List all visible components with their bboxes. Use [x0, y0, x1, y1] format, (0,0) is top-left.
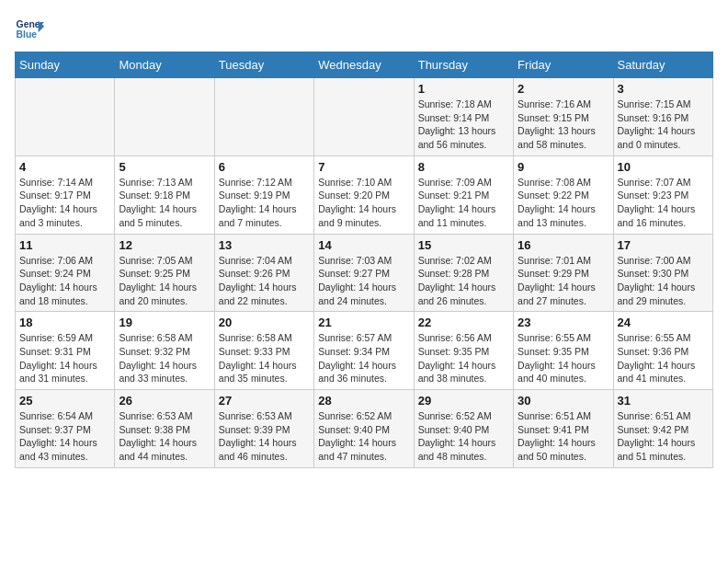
day-info: Sunrise: 7:16 AM Sunset: 9:15 PM Dayligh…	[518, 98, 609, 152]
day-info: Sunrise: 6:52 AM Sunset: 9:40 PM Dayligh…	[418, 409, 509, 464]
logo-icon: General Blue	[15, 15, 44, 44]
svg-text:Blue: Blue	[17, 29, 38, 40]
weekday-header: Tuesday	[214, 52, 313, 78]
calendar-cell: 4Sunrise: 7:14 AM Sunset: 9:17 PM Daylig…	[16, 155, 115, 234]
day-number: 11	[19, 238, 110, 252]
day-number: 30	[518, 394, 609, 408]
day-number: 26	[119, 394, 210, 408]
day-info: Sunrise: 6:59 AM Sunset: 9:31 PM Dayligh…	[19, 331, 110, 385]
day-number: 2	[518, 82, 609, 96]
day-info: Sunrise: 7:07 AM Sunset: 9:23 PM Dayligh…	[618, 176, 709, 230]
calendar-cell: 10Sunrise: 7:07 AM Sunset: 9:23 PM Dayli…	[613, 155, 712, 234]
calendar-cell: 3Sunrise: 7:15 AM Sunset: 9:16 PM Daylig…	[613, 78, 712, 156]
day-number: 28	[318, 394, 409, 408]
calendar-cell: 2Sunrise: 7:16 AM Sunset: 9:15 PM Daylig…	[514, 78, 613, 156]
day-info: Sunrise: 6:51 AM Sunset: 9:41 PM Dayligh…	[518, 409, 609, 464]
day-number: 1	[418, 82, 509, 96]
day-number: 8	[418, 160, 509, 174]
calendar-cell: 18Sunrise: 6:59 AM Sunset: 9:31 PM Dayli…	[16, 312, 115, 390]
day-number: 12	[119, 238, 210, 252]
day-number: 4	[19, 160, 110, 174]
day-number: 9	[518, 160, 609, 174]
day-info: Sunrise: 6:51 AM Sunset: 9:42 PM Dayligh…	[618, 409, 709, 464]
calendar-body: 1Sunrise: 7:18 AM Sunset: 9:14 PM Daylig…	[16, 78, 713, 468]
weekday-header: Sunday	[16, 52, 115, 78]
day-info: Sunrise: 6:56 AM Sunset: 9:35 PM Dayligh…	[418, 331, 509, 385]
calendar-week-row: 18Sunrise: 6:59 AM Sunset: 9:31 PM Dayli…	[16, 312, 713, 390]
logo: General Blue	[15, 15, 44, 44]
calendar-cell: 5Sunrise: 7:13 AM Sunset: 9:18 PM Daylig…	[115, 155, 214, 234]
day-info: Sunrise: 7:14 AM Sunset: 9:17 PM Dayligh…	[19, 176, 110, 230]
calendar-cell: 9Sunrise: 7:08 AM Sunset: 9:22 PM Daylig…	[514, 155, 613, 234]
day-info: Sunrise: 7:15 AM Sunset: 9:16 PM Dayligh…	[618, 98, 709, 152]
day-number: 25	[19, 394, 110, 408]
weekday-header: Thursday	[414, 52, 513, 78]
day-info: Sunrise: 7:00 AM Sunset: 9:30 PM Dayligh…	[618, 254, 709, 308]
calendar-cell: 29Sunrise: 6:52 AM Sunset: 9:40 PM Dayli…	[414, 390, 513, 468]
calendar-cell: 1Sunrise: 7:18 AM Sunset: 9:14 PM Daylig…	[414, 78, 513, 156]
calendar-cell: 30Sunrise: 6:51 AM Sunset: 9:41 PM Dayli…	[514, 390, 613, 468]
day-info: Sunrise: 7:06 AM Sunset: 9:24 PM Dayligh…	[19, 254, 110, 308]
weekday-header: Monday	[115, 52, 214, 78]
calendar-header: SundayMondayTuesdayWednesdayThursdayFrid…	[16, 52, 713, 78]
calendar-week-row: 25Sunrise: 6:54 AM Sunset: 9:37 PM Dayli…	[16, 390, 713, 468]
day-info: Sunrise: 7:02 AM Sunset: 9:28 PM Dayligh…	[418, 254, 509, 308]
day-number: 16	[518, 238, 609, 252]
day-number: 19	[119, 316, 210, 329]
calendar-cell: 8Sunrise: 7:09 AM Sunset: 9:21 PM Daylig…	[414, 155, 513, 234]
day-number: 10	[618, 160, 709, 174]
calendar-cell: 28Sunrise: 6:52 AM Sunset: 9:40 PM Dayli…	[314, 390, 414, 468]
day-info: Sunrise: 6:52 AM Sunset: 9:40 PM Dayligh…	[318, 409, 409, 464]
day-number: 5	[119, 160, 210, 174]
calendar-week-row: 1Sunrise: 7:18 AM Sunset: 9:14 PM Daylig…	[16, 78, 713, 156]
day-number: 18	[19, 316, 110, 329]
day-number: 13	[219, 238, 310, 252]
day-info: Sunrise: 6:57 AM Sunset: 9:34 PM Dayligh…	[318, 331, 409, 385]
calendar-cell: 24Sunrise: 6:55 AM Sunset: 9:36 PM Dayli…	[613, 312, 712, 390]
day-info: Sunrise: 6:55 AM Sunset: 9:36 PM Dayligh…	[618, 331, 709, 385]
day-number: 21	[318, 316, 409, 329]
day-number: 31	[618, 394, 709, 408]
day-number: 3	[618, 82, 709, 96]
page-header: General Blue	[15, 15, 713, 44]
day-number: 29	[418, 394, 509, 408]
day-info: Sunrise: 7:12 AM Sunset: 9:19 PM Dayligh…	[219, 176, 310, 230]
calendar-cell: 17Sunrise: 7:00 AM Sunset: 9:30 PM Dayli…	[613, 234, 712, 312]
day-info: Sunrise: 7:01 AM Sunset: 9:29 PM Dayligh…	[518, 254, 609, 308]
calendar-cell	[16, 78, 115, 156]
weekday-header: Saturday	[613, 52, 712, 78]
day-info: Sunrise: 7:04 AM Sunset: 9:26 PM Dayligh…	[219, 254, 310, 308]
calendar-cell: 11Sunrise: 7:06 AM Sunset: 9:24 PM Dayli…	[16, 234, 115, 312]
calendar-cell: 6Sunrise: 7:12 AM Sunset: 9:19 PM Daylig…	[214, 155, 313, 234]
calendar-week-row: 4Sunrise: 7:14 AM Sunset: 9:17 PM Daylig…	[16, 155, 713, 234]
calendar-cell: 7Sunrise: 7:10 AM Sunset: 9:20 PM Daylig…	[314, 155, 414, 234]
calendar-cell: 14Sunrise: 7:03 AM Sunset: 9:27 PM Dayli…	[314, 234, 414, 312]
weekday-header: Friday	[514, 52, 613, 78]
day-number: 24	[618, 316, 709, 329]
day-number: 15	[418, 238, 509, 252]
calendar-cell	[115, 78, 214, 156]
weekday-header-row: SundayMondayTuesdayWednesdayThursdayFrid…	[16, 52, 713, 78]
day-number: 14	[318, 238, 409, 252]
day-info: Sunrise: 6:58 AM Sunset: 9:32 PM Dayligh…	[119, 331, 210, 385]
day-number: 27	[219, 394, 310, 408]
day-info: Sunrise: 6:55 AM Sunset: 9:35 PM Dayligh…	[518, 331, 609, 385]
day-info: Sunrise: 7:03 AM Sunset: 9:27 PM Dayligh…	[318, 254, 409, 308]
calendar-cell: 31Sunrise: 6:51 AM Sunset: 9:42 PM Dayli…	[613, 390, 712, 468]
day-info: Sunrise: 7:13 AM Sunset: 9:18 PM Dayligh…	[119, 176, 210, 230]
calendar-cell: 19Sunrise: 6:58 AM Sunset: 9:32 PM Dayli…	[115, 312, 214, 390]
calendar-cell: 23Sunrise: 6:55 AM Sunset: 9:35 PM Dayli…	[514, 312, 613, 390]
calendar-cell: 15Sunrise: 7:02 AM Sunset: 9:28 PM Dayli…	[414, 234, 513, 312]
calendar-cell: 13Sunrise: 7:04 AM Sunset: 9:26 PM Dayli…	[214, 234, 313, 312]
calendar-cell: 22Sunrise: 6:56 AM Sunset: 9:35 PM Dayli…	[414, 312, 513, 390]
day-info: Sunrise: 6:58 AM Sunset: 9:33 PM Dayligh…	[219, 331, 310, 385]
day-info: Sunrise: 7:09 AM Sunset: 9:21 PM Dayligh…	[418, 176, 509, 230]
day-number: 6	[219, 160, 310, 174]
calendar-cell	[214, 78, 313, 156]
calendar-cell: 21Sunrise: 6:57 AM Sunset: 9:34 PM Dayli…	[314, 312, 414, 390]
day-info: Sunrise: 7:10 AM Sunset: 9:20 PM Dayligh…	[318, 176, 409, 230]
day-info: Sunrise: 7:05 AM Sunset: 9:25 PM Dayligh…	[119, 254, 210, 308]
day-info: Sunrise: 7:08 AM Sunset: 9:22 PM Dayligh…	[518, 176, 609, 230]
calendar-week-row: 11Sunrise: 7:06 AM Sunset: 9:24 PM Dayli…	[16, 234, 713, 312]
calendar-cell: 16Sunrise: 7:01 AM Sunset: 9:29 PM Dayli…	[514, 234, 613, 312]
